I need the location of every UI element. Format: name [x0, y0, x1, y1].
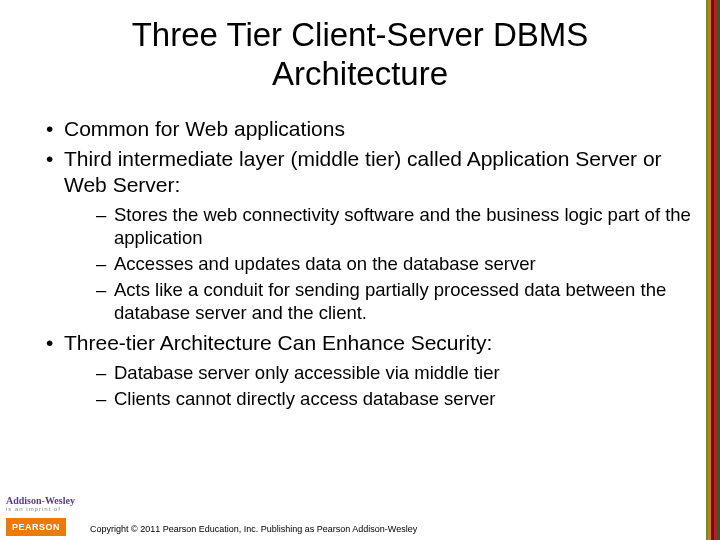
bullet-list: Common for Web applications Third interm…	[22, 116, 698, 410]
bullet-item: Third intermediate layer (middle tier) c…	[46, 146, 698, 324]
sub-bullet-item: Accesses and updates data on the databas…	[96, 252, 698, 275]
addison-wesley-logo: Addison-Wesley	[6, 496, 75, 506]
slide-title: Three Tier Client-Server DBMS Architectu…	[62, 16, 658, 94]
slide-footer: Addison-Wesley is an imprint of PEARSON …	[0, 478, 720, 540]
bullet-text: Third intermediate layer (middle tier) c…	[64, 147, 662, 196]
sub-bullet-item: Stores the web connectivity software and…	[96, 203, 698, 249]
publisher-logo: Addison-Wesley is an imprint of PEARSON	[6, 496, 75, 536]
decorative-edge-stripe	[706, 0, 720, 540]
bullet-item: Common for Web applications	[46, 116, 698, 142]
sub-bullet-list: Database server only accessible via midd…	[64, 361, 698, 410]
sub-bullet-list: Stores the web connectivity software and…	[64, 203, 698, 325]
bullet-item: Three-tier Architecture Can Enhance Secu…	[46, 330, 698, 410]
sub-bullet-item: Clients cannot directly access database …	[96, 387, 698, 410]
bullet-text: Three-tier Architecture Can Enhance Secu…	[64, 331, 492, 354]
imprint-label: is an imprint of	[6, 506, 75, 512]
slide-content: Three Tier Client-Server DBMS Architectu…	[0, 0, 720, 410]
copyright-text: Copyright © 2011 Pearson Education, Inc.…	[90, 524, 417, 534]
sub-bullet-item: Acts like a conduit for sending partiall…	[96, 278, 698, 324]
pearson-badge: PEARSON	[6, 518, 66, 536]
sub-bullet-item: Database server only accessible via midd…	[96, 361, 698, 384]
